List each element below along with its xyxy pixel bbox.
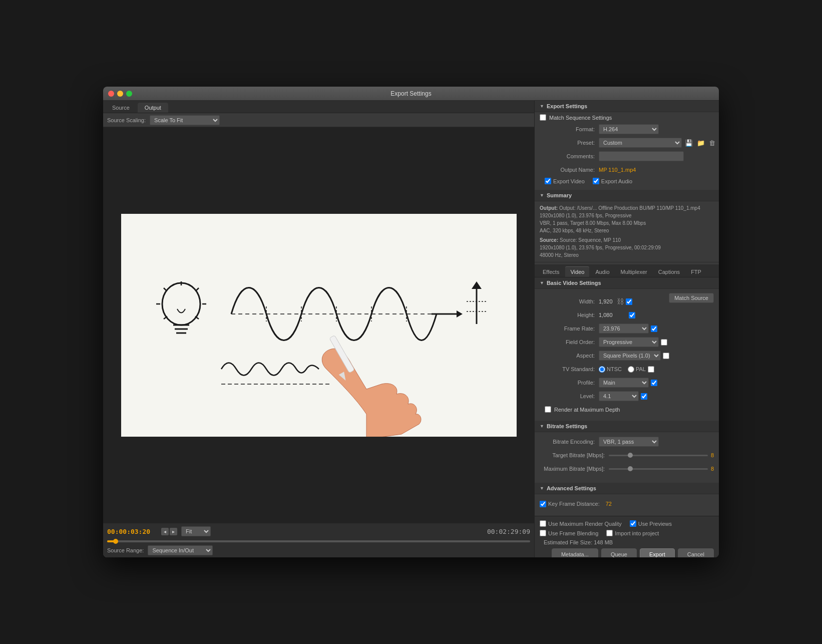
ntsc-radio[interactable] xyxy=(599,366,605,373)
target-bitrate-label: Target Bitrate [Mbps]: xyxy=(540,452,605,458)
export-button[interactable]: Export xyxy=(640,548,675,557)
bitrate-settings-header[interactable]: ▼ Bitrate Settings xyxy=(535,421,719,432)
height-checkbox[interactable] xyxy=(629,312,635,318)
render-depth-label: Render at Maximum Depth xyxy=(554,407,620,413)
timecode-end: 00:02:29:09 xyxy=(487,528,530,535)
width-value: 1,920 xyxy=(599,298,613,304)
max-bitrate-slider-container: 8 xyxy=(609,466,714,472)
playhead-bar xyxy=(103,539,534,543)
basic-video-settings-header[interactable]: ▼ Basic Video Settings xyxy=(535,277,719,289)
comments-row: Comments: xyxy=(540,151,714,162)
transport-buttons: ◂ ▸ xyxy=(161,528,177,535)
level-checkbox[interactable] xyxy=(641,393,647,400)
use-previews-label[interactable]: Use Previews xyxy=(630,520,672,527)
video-settings-content: Match Source Width: 1,920 ⛓ Height: 1,08… xyxy=(535,289,719,419)
aspect-checkbox[interactable] xyxy=(663,353,669,359)
fit-select[interactable]: Fit 25% 50% 100% xyxy=(181,526,211,536)
width-label: Width: xyxy=(540,298,595,304)
tv-standard-checkbox[interactable] xyxy=(648,366,654,373)
format-label: Format: xyxy=(540,126,595,132)
cancel-button[interactable]: Cancel xyxy=(678,548,714,557)
title-bar: Export Settings xyxy=(103,87,719,101)
advanced-settings-header[interactable]: ▼ Advanced Settings xyxy=(535,483,719,494)
output-name-label: Output Name: xyxy=(540,167,595,173)
preset-select[interactable]: Custom Match Source - High Bitrate Vimeo… xyxy=(599,138,682,148)
tab-multiplexer[interactable]: Multiplexer xyxy=(616,266,652,277)
video-content-svg xyxy=(121,214,517,437)
source-audio: 48000 Hz, Stereo xyxy=(540,252,579,258)
height-label: Height: xyxy=(540,312,595,318)
render-depth-checkbox[interactable] xyxy=(545,406,551,413)
maximize-button[interactable] xyxy=(126,91,132,97)
source-scaling-select[interactable]: Scale To Fit Stretch To Fill Scale To Fi… xyxy=(150,115,220,125)
width-checkbox[interactable] xyxy=(626,298,632,305)
import-project-checkbox[interactable] xyxy=(606,530,613,536)
pal-label[interactable]: PAL xyxy=(628,366,646,373)
import-preset-button[interactable]: 📁 xyxy=(696,139,706,147)
minimize-button[interactable] xyxy=(117,91,123,97)
use-previews-checkbox[interactable] xyxy=(630,520,636,527)
export-settings-header[interactable]: ▼ Export Settings xyxy=(535,101,719,112)
frame-rate-checkbox[interactable] xyxy=(651,326,657,332)
profile-checkbox[interactable] xyxy=(651,380,657,386)
export-video-checkbox[interactable] xyxy=(545,178,551,184)
step-forward-button[interactable]: ▸ xyxy=(170,528,177,535)
frame-blending-label[interactable]: Use Frame Blending xyxy=(540,530,598,536)
export-audio-checkbox[interactable] xyxy=(593,178,599,184)
tab-effects[interactable]: Effects xyxy=(538,266,564,277)
level-select[interactable]: 4.1 4.0 3.2 xyxy=(599,391,639,401)
pal-text: PAL xyxy=(636,366,646,372)
tab-captions[interactable]: Captions xyxy=(653,266,685,277)
bitrate-encoding-select[interactable]: VBR, 1 pass VBR, 2 pass CBR xyxy=(599,437,659,447)
aspect-select[interactable]: Square Pixels (1.0) D1/DV NTSC (0.9) xyxy=(599,351,661,361)
bottom-checkboxes: Use Maximum Render Quality Use Previews xyxy=(540,520,714,527)
frame-blending-checkbox[interactable] xyxy=(540,530,546,536)
queue-button[interactable]: Queue xyxy=(601,548,637,557)
export-audio-label[interactable]: Export Audio xyxy=(593,178,632,184)
comments-label: Comments: xyxy=(540,153,595,159)
output-resolution: 1920x1080 (1.0), 23.976 fps, Progressive xyxy=(540,213,631,218)
summary-header[interactable]: ▼ Summary xyxy=(535,190,719,201)
target-bitrate-slider[interactable] xyxy=(609,455,708,456)
frame-rate-select[interactable]: 23.976 24 25 29.97 30 xyxy=(599,324,649,334)
field-order-select[interactable]: Progressive Upper Field First Lower Fiel… xyxy=(599,337,659,347)
export-video-label[interactable]: Export Video xyxy=(545,178,585,184)
left-panel: Source Output Source Scaling: Scale To F… xyxy=(103,101,535,557)
source-name: Source: Sequence, MP 110 xyxy=(560,237,621,243)
source-resolution: 1920x1080 (1.0), 23.976 fps, Progressive… xyxy=(540,245,661,250)
match-source-button[interactable]: Match Source xyxy=(669,293,714,303)
max-bitrate-slider[interactable] xyxy=(609,468,708,470)
metadata-button[interactable]: Metadata... xyxy=(552,548,598,557)
tab-source[interactable]: Source xyxy=(105,103,137,113)
max-render-quality-checkbox[interactable] xyxy=(540,520,546,527)
tab-ftp[interactable]: FTP xyxy=(686,266,706,277)
format-select[interactable]: H.264 H.265 DNxHD xyxy=(599,124,659,134)
target-bitrate-value: 8 xyxy=(711,452,714,458)
playhead-track[interactable] xyxy=(107,540,530,542)
output-name-link[interactable]: MP 110_1.mp4 xyxy=(599,167,636,173)
ntsc-label[interactable]: NTSC xyxy=(599,366,622,373)
source-scaling-bar: Source Scaling: Scale To Fit Stretch To … xyxy=(103,113,534,127)
import-project-label[interactable]: Import into project xyxy=(606,530,659,536)
delete-preset-button[interactable]: 🗑 xyxy=(708,139,716,147)
output-label: Output: xyxy=(540,205,559,211)
tab-output[interactable]: Output xyxy=(138,103,168,113)
tab-video[interactable]: Video xyxy=(565,266,589,277)
width-row: Width: 1,920 ⛓ xyxy=(540,296,669,307)
match-sequence-checkbox[interactable] xyxy=(540,114,546,121)
step-back-button[interactable]: ◂ xyxy=(161,528,169,535)
source-range-select[interactable]: Sequence In/Out Entire Sequence Work Are… xyxy=(148,545,213,555)
comments-input[interactable] xyxy=(599,151,684,161)
field-order-checkbox[interactable] xyxy=(661,339,667,346)
tab-audio[interactable]: Audio xyxy=(590,266,614,277)
window-controls xyxy=(108,91,132,97)
profile-select[interactable]: Main High Baseline xyxy=(599,378,649,388)
close-button[interactable] xyxy=(108,91,114,97)
export-settings-title: Export Settings xyxy=(547,103,587,109)
save-preset-button[interactable]: 💾 xyxy=(684,139,694,147)
source-scaling-label: Source Scaling: xyxy=(107,117,146,123)
max-render-quality-label[interactable]: Use Maximum Render Quality xyxy=(540,520,622,527)
advanced-settings-content: Key Frame Distance: 72 xyxy=(535,494,719,516)
keyframe-checkbox[interactable] xyxy=(540,501,546,507)
pal-radio[interactable] xyxy=(628,366,634,373)
